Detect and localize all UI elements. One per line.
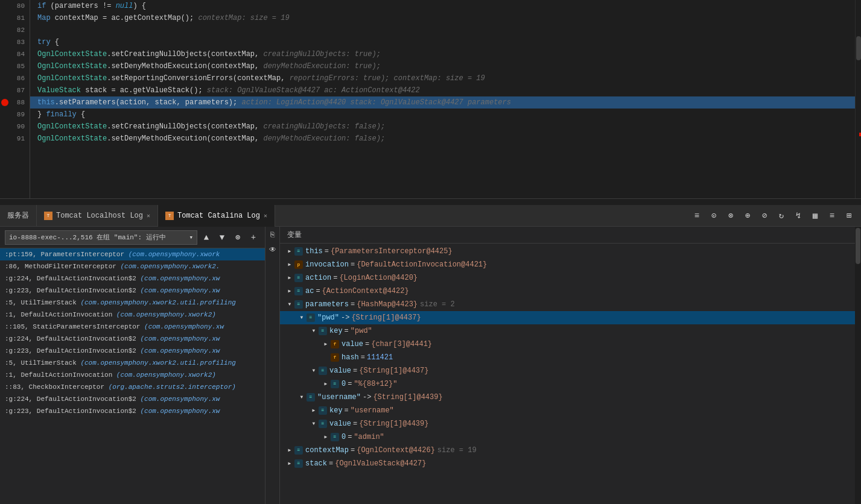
var-name-5: "pwd" [317,311,339,324]
var-eq-15: = [351,444,355,457]
var-item-15[interactable]: ▶≡contextMap={OgnlContext@4426}size = 19 [280,444,855,457]
tab-server[interactable]: 服务器 [0,205,37,227]
var-eq-10: = [348,377,352,391]
call-stack-item-0[interactable]: :pt:159, ParametersInterceptor (com.open… [0,248,265,260]
call-stack-item-11[interactable]: ::83, CheckboxInterceptor (org.apache.st… [0,381,265,393]
dropdown-arrow: ▾ [189,233,193,241]
var-item-5[interactable]: ▼≡"pwd"->{String[1]@4437} [280,311,855,324]
var-item-3[interactable]: ▶≡ac={ActionContext@4422} [280,285,855,298]
var-item-12[interactable]: ▶≡key="username" [280,404,855,417]
cs-filter-btn[interactable]: ⊛ [231,231,244,244]
var-name-0: this [305,245,323,258]
var-name-2: action [305,271,331,285]
var-item-9[interactable]: ▼≡value={String[1]@4437} [280,364,855,377]
var-item-2[interactable]: ▶≡action={LoginAction@4420} [280,271,855,285]
toolbar-btn-down2[interactable]: ⊕ [740,209,755,223]
var-icon-8: f [331,353,339,362]
var-arrow-14: ▶ [321,432,331,442]
var-val-4: {HashMap@4423} [357,298,418,311]
line-num-80: 80 [0,0,30,12]
var-name-14: 0 [342,430,346,444]
toolbar-btn-up[interactable]: ⊙ [707,209,721,223]
call-stack-item-7[interactable]: :g:224, DefaultActionInvocation$2 (com.o… [0,333,265,345]
call-stack-item-10[interactable]: :1, DefaultActionInvocation (com.opensym… [0,369,265,381]
variables-list[interactable]: ▶≡this={ParametersInterceptor@4425}▶pinv… [280,244,855,504]
var-name-11: "username" [317,391,361,404]
variables-scrollbar[interactable] [855,227,861,504]
call-stack-item-12[interactable]: :g:224, DefaultActionInvocation$2 (com.o… [0,393,265,405]
bottom-panel: 服务器 T Tomcat Localhost Log ✕ T Tomcat Ca… [0,205,861,504]
var-arrow-0: ▶ [285,247,294,256]
var-name-12: key [329,404,343,417]
var-item-0[interactable]: ▶≡this={ParametersInterceptor@4425} [280,245,855,258]
copy-icon[interactable]: ⎘ [267,229,279,241]
toolbar-btn-table[interactable]: ▦ [808,209,822,223]
var-item-7[interactable]: ▶fvalue={char[3]@4441} [280,338,855,351]
cs-add-btn[interactable]: + [247,231,260,244]
call-stack-item-8[interactable]: :g:223, DefaultActionInvocation$2 (com.o… [0,345,265,357]
var-item-14[interactable]: ▶≡0="admin" [280,430,855,444]
var-val-1: {DefaultActionInvocation@4421} [357,258,487,271]
call-stack-item-9[interactable]: :5, UtilTimerStack (com.opensymphony.xwo… [0,357,265,369]
variables-title: 变量 [287,231,302,239]
call-stack-toolbar: io-8888-exec-...2,516 在组 "main": 运行中 ▾ ▲… [0,227,265,248]
var-icon-4: ≡ [294,300,303,309]
var-item-4[interactable]: ▼≡parameters={HashMap@4423}size = 2 [280,298,855,311]
thread-dropdown[interactable]: io-8888-exec-...2,516 在组 "main": 运行中 ▾ [5,230,197,245]
var-arrow-1: ▶ [285,260,294,269]
var-eq-0: = [325,245,329,258]
var-val-15: {OgnlContext@4426} [357,444,435,457]
code-scrollbar[interactable] [855,0,861,198]
var-item-13[interactable]: ▼≡value={String[1]@4439} [280,417,855,430]
variables-panel: 变量 ▶≡this={ParametersInterceptor@4425}▶p… [280,227,855,504]
cs-up-btn[interactable]: ▲ [200,231,213,244]
var-icon-11: ≡ [307,393,315,402]
call-stack-item-13[interactable]: :g:223, DefaultActionInvocation$2 (com.o… [0,405,265,417]
var-icon-13: ≡ [319,420,327,428]
var-val-9: {String[1]@4437} [359,364,428,377]
toolbar-btn-filter[interactable]: ↯ [791,209,805,223]
toolbar-btn-refresh[interactable]: ↻ [774,209,789,223]
var-arrow-6: ▼ [309,326,319,336]
tab-localhost-log[interactable]: T Tomcat Localhost Log ✕ [37,205,158,227]
var-icon-9: ≡ [319,367,327,375]
var-size-15: size = 19 [437,444,477,457]
code-hscroll[interactable] [0,199,861,205]
var-name-16: stack [305,457,327,470]
call-stack-item-2[interactable]: :g:224, DefaultActionInvocation$2 (com.o… [0,272,265,285]
call-stack-item-4[interactable]: :5, UtilTimerStack (com.opensymphony.xwo… [0,297,265,309]
toolbar-btn-up2[interactable]: ⊘ [757,209,772,223]
var-icon-10: ≡ [331,380,339,388]
tab-localhost-close[interactable]: ✕ [147,212,150,219]
code-line-89: } finally { [30,109,855,121]
var-item-1[interactable]: ▶pinvocation={DefaultActionInvocation@44… [280,258,855,271]
var-item-16[interactable]: ▶≡stack={OgnlValueStack@4427} [280,457,855,470]
code-line-83: try { [30,36,855,48]
var-name-1: invocation [305,258,349,271]
toolbar-btn-list[interactable]: ≡ [825,209,839,223]
var-item-11[interactable]: ▼≡"username"->{String[1]@4439} [280,391,855,404]
call-stack-item-1[interactable]: :86, MethodFilterInterceptor (com.opensy… [0,260,265,272]
var-item-10[interactable]: ▶≡0="%{88+12}" [280,377,855,391]
call-stack-list[interactable]: :pt:159, ParametersInterceptor (com.open… [0,248,265,504]
var-item-6[interactable]: ▼≡key="pwd" [280,324,855,338]
code-line-82 [30,24,855,36]
cs-down-btn[interactable]: ▼ [215,231,229,244]
eye-icon[interactable]: 👁 [267,244,279,256]
tab-catalina-close[interactable]: ✕ [264,212,267,219]
toolbar-btn-down1[interactable]: ⊗ [723,209,738,223]
var-name-6: key [329,324,343,338]
toolbar-btn-ext[interactable]: ⊞ [842,209,856,223]
tab-bar: 服务器 T Tomcat Localhost Log ✕ T Tomcat Ca… [0,205,861,227]
tab-catalina-log[interactable]: T Tomcat Catalina Log ✕ [158,205,275,227]
var-eq-2: = [333,271,337,285]
toolbar-btn-menu[interactable]: ≡ [690,209,704,223]
var-item-8[interactable]: fhash=111421 [280,351,855,364]
var-eq-4: = [351,298,355,311]
call-stack-item-3[interactable]: :g:223, DefaultActionInvocation$2 (com.o… [0,285,265,297]
call-stack-item-6[interactable]: ::105, StaticParametersInterceptor (com.… [0,321,265,333]
var-arrow-16: ▶ [285,459,294,468]
line-num-86: 86 [0,72,30,84]
var-eq-9: = [353,364,357,377]
call-stack-item-5[interactable]: :1, DefaultActionInvocation (com.opensym… [0,309,265,321]
